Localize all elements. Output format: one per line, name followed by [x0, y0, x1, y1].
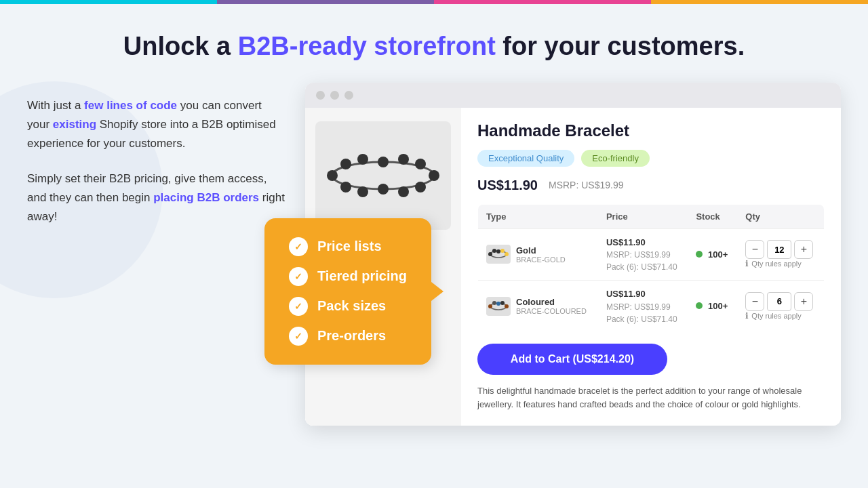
svg-point-24: [492, 249, 496, 253]
type-info-1: Coloured BRACE-COLOURED: [516, 297, 587, 315]
feature-label-0: Price lists: [317, 239, 382, 254]
hero-title: Unlock a B2B-ready storefront for your c…: [0, 4, 868, 83]
feature-box: ✓ Price lists ✓ Tiered pricing ✓ Pack si…: [264, 218, 431, 365]
p2-link[interactable]: placing B2B orders: [153, 191, 259, 204]
stock-value-0: 100+: [708, 249, 728, 260]
type-info-0: Gold BRACE-GOLD: [516, 245, 566, 264]
svg-point-29: [488, 304, 492, 308]
qty-decrement-0[interactable]: −: [745, 240, 764, 259]
svg-point-27: [505, 252, 509, 256]
row0-price: US$11.90: [606, 236, 679, 249]
col-header-qty: Qty: [737, 204, 824, 228]
product-details: Handmade Bracelet Exceptional Quality Ec…: [461, 108, 841, 426]
feature-item-3: ✓ Pre-orders: [289, 327, 407, 346]
hero-title-highlight: B2B-ready storefront: [238, 32, 496, 60]
feature-label-1: Tiered pricing: [317, 268, 407, 284]
browser-dot-3: [344, 91, 353, 100]
svg-point-7: [429, 170, 439, 181]
row1-price: US$11.90: [606, 287, 679, 301]
qty-rules-label-1: Qty rules apply: [751, 312, 801, 320]
qty-input-0[interactable]: [767, 240, 791, 259]
qty-cell-0: − + ℹ Qty rules apply: [737, 228, 824, 281]
add-to-cart-button[interactable]: Add to Cart (US$214.20): [477, 344, 667, 375]
p1-prefix: With just a: [27, 99, 84, 112]
col-header-price: Price: [598, 204, 688, 228]
content-layout: With just a few lines of code you can co…: [0, 83, 868, 426]
stock-cell-0: 100+: [688, 228, 737, 281]
svg-point-31: [496, 302, 500, 306]
type-sku-0: BRACE-GOLD: [516, 256, 566, 264]
type-name-1: Coloured: [516, 297, 587, 307]
row0-msrp: MSRP: US$19.99: [606, 249, 679, 261]
row1-msrp: MSRP: US$19.99: [606, 301, 679, 313]
svg-point-9: [398, 186, 409, 197]
type-cell-0: Gold BRACE-GOLD: [478, 228, 598, 281]
svg-point-5: [398, 154, 409, 165]
browser-dot-2: [330, 91, 339, 100]
svg-point-3: [357, 154, 368, 165]
bracelet-svg-main: [322, 148, 444, 203]
qty-increment-1[interactable]: +: [794, 292, 813, 311]
left-panel: With just a few lines of code you can co…: [27, 83, 285, 243]
product-main-image: [315, 121, 451, 230]
type-image-0: [486, 245, 511, 264]
svg-point-6: [415, 159, 426, 169]
tag-exceptional-quality: Exceptional Quality: [477, 150, 574, 167]
qty-rules-1: ℹ Qty rules apply: [745, 311, 816, 321]
qty-rules-label-0: Qty rules apply: [751, 260, 801, 268]
svg-point-8: [415, 182, 426, 192]
product-title: Handmade Bracelet: [477, 121, 825, 140]
price-cell-0: US$11.90 MSRP: US$19.99 Pack (6): US$71.…: [598, 228, 688, 281]
price-detail-0: US$11.90 MSRP: US$19.99 Pack (6): US$71.…: [606, 236, 679, 274]
top-color-bar: [0, 0, 868, 4]
p1-link2[interactable]: existing: [53, 118, 96, 131]
check-icon-2: ✓: [289, 297, 308, 316]
feature-item-1: ✓ Tiered pricing: [289, 267, 407, 286]
type-cell-1: Coloured BRACE-COLOURED: [478, 281, 598, 333]
main-container: Unlock a B2B-ready storefront for your c…: [0, 0, 868, 488]
product-table: Type Price Stock Qty: [477, 204, 825, 333]
qty-control-1: − +: [745, 292, 816, 311]
product-price-main: US$11.90: [477, 178, 538, 193]
hero-title-prefix: Unlock a: [123, 32, 238, 60]
price-detail-1: US$11.90 MSRP: US$19.99 Pack (6): US$71.…: [606, 287, 679, 325]
qty-decrement-1[interactable]: −: [745, 292, 764, 311]
qty-input-1[interactable]: [767, 292, 791, 311]
stock-value-1: 100+: [708, 301, 728, 311]
tag-eco-friendly: Eco-friendly: [581, 150, 650, 167]
feature-item-2: ✓ Pack sizes: [289, 297, 407, 316]
type-sku-1: BRACE-COLOURED: [516, 307, 587, 315]
qty-cell-1: − + ℹ Qty rules apply: [737, 281, 824, 333]
row0-pack: Pack (6): US$71.40: [606, 261, 679, 273]
check-icon-0: ✓: [289, 237, 308, 256]
paragraph-2: Simply set their B2B pricing, give them …: [27, 169, 285, 226]
hero-title-suffix: for your customers.: [496, 32, 745, 60]
svg-point-25: [496, 249, 500, 253]
check-icon-1: ✓: [289, 267, 308, 286]
paragraph-1: With just a few lines of code you can co…: [27, 96, 285, 153]
svg-point-11: [357, 186, 368, 197]
svg-point-2: [340, 159, 351, 169]
price-cell-1: US$11.90 MSRP: US$19.99 Pack (6): US$71.…: [598, 281, 688, 333]
table-row: Coloured BRACE-COLOURED US$11.90 MSRP: U…: [478, 281, 825, 333]
type-image-1: [486, 297, 511, 316]
type-name-0: Gold: [516, 245, 566, 256]
browser-bar: [305, 83, 841, 108]
svg-point-1: [327, 170, 338, 181]
p1-link1[interactable]: few lines of code: [84, 99, 177, 112]
product-description: This delightful handmade bracelet is the…: [477, 384, 825, 413]
check-icon-3: ✓: [289, 327, 308, 346]
svg-point-10: [378, 184, 389, 195]
stock-dot-0: [696, 251, 703, 258]
col-header-stock: Stock: [688, 204, 737, 228]
qty-control-0: − +: [745, 240, 816, 259]
table-row: Gold BRACE-GOLD US$11.90 MSRP: US$19.99: [478, 228, 825, 281]
feature-box-arrow: [431, 282, 443, 301]
feature-label-3: Pre-orders: [317, 328, 386, 344]
qty-rules-0: ℹ Qty rules apply: [745, 259, 816, 268]
row1-pack: Pack (6): US$71.40: [606, 313, 679, 325]
svg-point-32: [500, 301, 505, 305]
browser-dot-1: [316, 91, 325, 100]
stock-dot-1: [696, 302, 703, 309]
qty-increment-0[interactable]: +: [794, 240, 813, 259]
